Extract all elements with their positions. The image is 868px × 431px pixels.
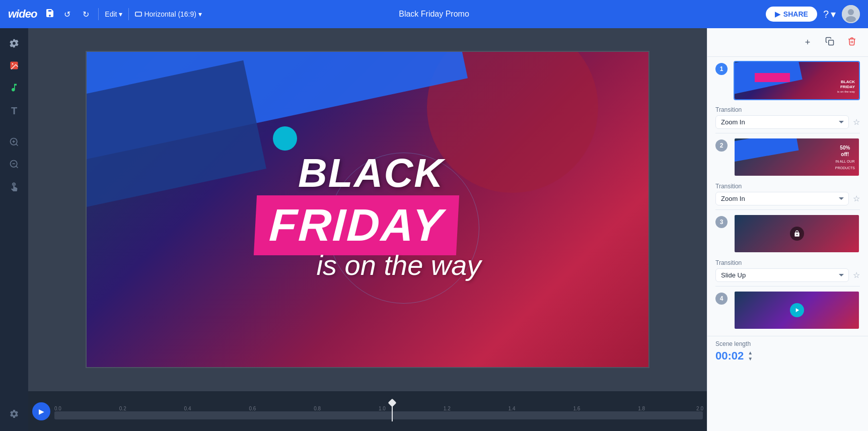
slide-3-transition-section: Transition Slide Up None Zoom In Zoom Ou… (707, 257, 868, 286)
scene-time: 00:02 (715, 349, 744, 363)
slide-item-2[interactable]: 2 50%off!IN ALL OURPRODUCTS (707, 133, 868, 181)
right-panel: + 1 BLACKFRIDAYis (707, 28, 868, 431)
svg-line-7 (16, 143, 18, 146)
slide-item-4[interactable]: 4 (707, 286, 868, 334)
project-title: Black Friday Promo (399, 10, 469, 19)
main-layout: T (0, 28, 868, 431)
ruler-mark-7: 1.4 (509, 406, 516, 411)
scene-arrows: ▲ ▼ (748, 350, 753, 362)
svg-point-3 (846, 16, 856, 22)
scene-length-section: Scene length 00:02 ▲ ▼ (707, 336, 868, 367)
sidebar-camera-button[interactable] (4, 34, 24, 54)
undo-button[interactable]: ↺ (61, 8, 74, 21)
avatar[interactable] (842, 5, 860, 23)
canvas-text-black[interactable]: BLACK (298, 150, 444, 196)
camera-icon (9, 38, 19, 51)
trash-icon (847, 37, 856, 48)
hand-icon (9, 181, 19, 194)
sidebar-settings-button[interactable] (4, 405, 24, 425)
slide-thumbnail-3[interactable] (734, 214, 860, 253)
chevron-down-icon: ▾ (119, 10, 122, 18)
scene-length-down-button[interactable]: ▼ (748, 356, 753, 362)
sidebar-zoom-in-button[interactable] (4, 133, 24, 153)
redo-button[interactable]: ↻ (80, 8, 92, 21)
play-button[interactable]: ▶ (32, 402, 50, 420)
canvas-area: BLACK FRIDAY is on the way ▶ 0.0 0.2 0.4… (28, 28, 707, 431)
image-icon (9, 60, 19, 73)
slide-1-transition-section: Transition Zoom In None Zoom Out Fade Sl… (707, 104, 868, 133)
divider-1 (98, 8, 99, 20)
timeline-track[interactable]: 0.0 0.2 0.4 0.6 0.8 1.0 1.2 1.4 1.6 1.8 … (54, 401, 703, 421)
slide-2-transition-select[interactable]: Zoom In None Zoom Out Fade Slide Up Slid… (715, 192, 849, 205)
slide-1-star-button[interactable]: ☆ (853, 117, 860, 127)
ruler-mark-1: 0.2 (119, 406, 126, 411)
scene-length-up-button[interactable]: ▲ (748, 350, 753, 355)
logo: wideo (8, 8, 37, 21)
timeline-playhead[interactable] (392, 401, 393, 421)
share-button[interactable]: ▶ SHARE (766, 7, 817, 22)
slide-1-transition-select[interactable]: Zoom In None Zoom Out Fade Slide Up Slid… (715, 115, 849, 129)
canvas-text-subtitle[interactable]: is on the way (283, 248, 515, 282)
slide-3-inner: 3 (715, 214, 860, 253)
slide-2-star-button[interactable]: ☆ (853, 194, 860, 203)
play-icon: ▶ (39, 407, 44, 415)
sidebar-pan-button[interactable] (4, 177, 24, 197)
format-button[interactable]: Horizontal (16:9) ▾ (135, 10, 202, 18)
scene-length-value: 00:02 ▲ ▼ (715, 349, 860, 363)
edit-button[interactable]: Edit ▾ (105, 10, 122, 18)
share-icon: ▶ (775, 10, 780, 18)
slide-thumbnail-1[interactable]: BLACKFRIDAYis on the way (734, 61, 860, 100)
ruler-mark-2: 0.4 (184, 406, 191, 411)
sidebar-zoom-out-button[interactable] (4, 155, 24, 175)
svg-line-11 (16, 166, 18, 168)
slide-number-1: 1 (715, 63, 728, 75)
slide-2-inner: 2 50%off!IN ALL OURPRODUCTS (715, 137, 860, 177)
topbar: wideo ↺ ↻ Edit ▾ Horizontal (16:9) ▾ Bla… (0, 0, 868, 28)
slide-number-3: 3 (715, 216, 728, 228)
sidebar-music-button[interactable] (4, 79, 24, 99)
help-button[interactable]: ? ▾ (823, 8, 836, 20)
zoom-in-icon (9, 137, 19, 150)
ruler-mark-4: 0.8 (314, 406, 321, 411)
slide-thumbnail-4[interactable] (734, 291, 860, 330)
ruler-mark-10: 2.0 (696, 406, 703, 411)
divider-2 (128, 8, 129, 20)
slide-3-transition-label: Transition (715, 259, 860, 266)
canvas[interactable]: BLACK FRIDAY is on the way (86, 51, 649, 368)
dot-teal-decoration (273, 126, 297, 151)
slide-3-transition-select[interactable]: Slide Up None Zoom In Zoom Out Fade Slid… (715, 268, 849, 282)
scene-length-label: Scene length (715, 340, 860, 347)
slide-2-transition-section: Transition Zoom In None Zoom Out Fade Sl… (707, 181, 868, 209)
svg-point-2 (848, 9, 854, 15)
ruler-mark-8: 1.6 (573, 406, 580, 411)
slide-2-transition-row: Zoom In None Zoom Out Fade Slide Up Slid… (715, 192, 860, 205)
slide-2-transition-label: Transition (715, 183, 860, 190)
timeline-bar[interactable] (54, 411, 703, 419)
svg-rect-13 (829, 40, 834, 45)
slide-thumbnail-2[interactable]: 50%off!IN ALL OURPRODUCTS (734, 137, 860, 177)
sidebar-text-button[interactable]: T (4, 101, 24, 121)
add-slide-button[interactable]: + (800, 34, 816, 50)
save-button[interactable] (45, 8, 55, 21)
canvas-text-friday: FRIDAY (268, 199, 445, 251)
slide-4-inner: 4 (715, 291, 860, 330)
slide-number-4: 4 (715, 293, 728, 305)
copy-slide-button[interactable] (822, 34, 838, 50)
slide-item-3[interactable]: 3 (707, 210, 868, 257)
sidebar-image-button[interactable] (4, 56, 24, 77)
chevron-down-icon: ▾ (198, 10, 202, 18)
chevron-down-icon: ▾ (831, 8, 836, 20)
slide-item-1[interactable]: 1 BLACKFRIDAYis on the way (707, 57, 868, 104)
svg-rect-0 (135, 12, 141, 16)
right-panel-toolbar: + (707, 28, 868, 57)
text-icon: T (11, 105, 17, 117)
canvas-friday-wrapper[interactable]: FRIDAY (254, 195, 460, 255)
ruler-mark-0: 0.0 (54, 406, 61, 411)
delete-slide-button[interactable] (844, 34, 860, 50)
ruler-mark-5: 1.0 (379, 406, 386, 411)
slide-3-star-button[interactable]: ☆ (853, 270, 860, 280)
canvas-wrapper[interactable]: BLACK FRIDAY is on the way (28, 28, 707, 391)
slide-1-transition-row: Zoom In None Zoom Out Fade Slide Up Slid… (715, 115, 860, 129)
plus-icon: + (805, 37, 811, 48)
slide-1-inner: 1 BLACKFRIDAYis on the way (715, 61, 860, 100)
